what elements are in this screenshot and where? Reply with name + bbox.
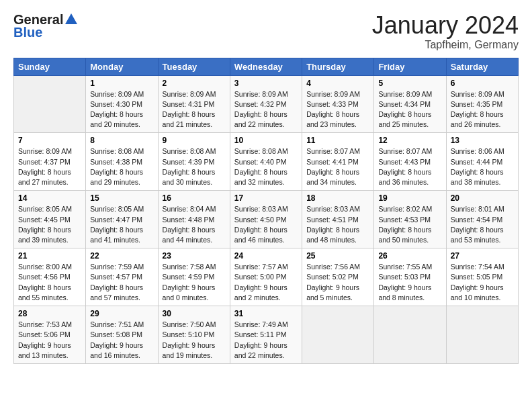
calendar-week-3: 21Sunrise: 8:00 AM Sunset: 4:56 PM Dayli… (14, 248, 519, 306)
day-info: Sunrise: 7:50 AM Sunset: 5:10 PM Dayligh… (163, 320, 226, 361)
table-row: 8Sunrise: 8:08 AM Sunset: 4:38 PM Daylig… (86, 133, 158, 191)
calendar-header-row: Sunday Monday Tuesday Wednesday Thursday… (14, 58, 519, 75)
day-info: Sunrise: 7:56 AM Sunset: 5:02 PM Dayligh… (306, 262, 369, 303)
table-row (374, 306, 446, 364)
table-row: 5Sunrise: 8:09 AM Sunset: 4:34 PM Daylig… (374, 75, 446, 133)
table-row: 21Sunrise: 8:00 AM Sunset: 4:56 PM Dayli… (14, 248, 86, 306)
day-number: 28 (18, 309, 81, 318)
day-number: 23 (163, 251, 226, 261)
table-row: 28Sunrise: 7:53 AM Sunset: 5:06 PM Dayli… (14, 306, 86, 364)
calendar-week-0: 1Sunrise: 8:09 AM Sunset: 4:30 PM Daylig… (14, 75, 519, 133)
day-info: Sunrise: 8:03 AM Sunset: 4:51 PM Dayligh… (306, 204, 369, 245)
table-row: 22Sunrise: 7:59 AM Sunset: 4:57 PM Dayli… (86, 248, 158, 306)
calendar-week-1: 7Sunrise: 8:09 AM Sunset: 4:37 PM Daylig… (14, 133, 519, 191)
table-row: 24Sunrise: 7:57 AM Sunset: 5:00 PM Dayli… (230, 248, 302, 306)
day-info: Sunrise: 7:57 AM Sunset: 5:00 PM Dayligh… (234, 262, 298, 303)
table-row: 9Sunrise: 8:08 AM Sunset: 4:39 PM Daylig… (158, 133, 230, 191)
day-info: Sunrise: 8:09 AM Sunset: 4:32 PM Dayligh… (234, 89, 298, 130)
calendar-table: Sunday Monday Tuesday Wednesday Thursday… (13, 58, 519, 364)
day-info: Sunrise: 8:05 AM Sunset: 4:47 PM Dayligh… (90, 204, 153, 245)
page: General Blue January 2024 Tapfheim, Germ… (0, 0, 532, 411)
table-row: 2Sunrise: 8:09 AM Sunset: 4:31 PM Daylig… (158, 75, 230, 133)
table-row: 17Sunrise: 8:03 AM Sunset: 4:50 PM Dayli… (230, 191, 302, 248)
day-number: 21 (18, 251, 81, 261)
day-info: Sunrise: 8:00 AM Sunset: 4:56 PM Dayligh… (18, 262, 81, 303)
day-number: 10 (234, 136, 298, 145)
page-title: January 2024 (372, 12, 519, 39)
table-row: 25Sunrise: 7:56 AM Sunset: 5:02 PM Dayli… (302, 248, 374, 306)
day-info: Sunrise: 8:08 AM Sunset: 4:38 PM Dayligh… (90, 146, 153, 187)
header-saturday: Saturday (446, 58, 518, 75)
table-row: 27Sunrise: 7:54 AM Sunset: 5:05 PM Dayli… (446, 248, 518, 306)
table-row: 30Sunrise: 7:50 AM Sunset: 5:10 PM Dayli… (158, 306, 230, 364)
day-number: 8 (90, 136, 153, 145)
table-row: 10Sunrise: 8:08 AM Sunset: 4:40 PM Dayli… (230, 133, 302, 191)
day-number: 9 (163, 136, 226, 145)
day-number: 31 (234, 309, 298, 318)
day-info: Sunrise: 8:09 AM Sunset: 4:30 PM Dayligh… (90, 89, 153, 130)
day-info: Sunrise: 8:07 AM Sunset: 4:41 PM Dayligh… (306, 146, 369, 187)
day-number: 15 (90, 193, 153, 203)
day-number: 16 (163, 193, 226, 203)
table-row: 12Sunrise: 8:07 AM Sunset: 4:43 PM Dayli… (374, 133, 446, 191)
header-monday: Monday (86, 58, 158, 75)
header-wednesday: Wednesday (230, 58, 302, 75)
table-row (446, 306, 518, 364)
title-area: January 2024 Tapfheim, Germany (372, 12, 519, 51)
table-row: 11Sunrise: 8:07 AM Sunset: 4:41 PM Dayli… (302, 133, 374, 191)
day-info: Sunrise: 8:01 AM Sunset: 4:54 PM Dayligh… (451, 204, 514, 245)
table-row: 18Sunrise: 8:03 AM Sunset: 4:51 PM Dayli… (302, 191, 374, 248)
day-info: Sunrise: 8:08 AM Sunset: 4:40 PM Dayligh… (234, 146, 298, 187)
table-row: 14Sunrise: 8:05 AM Sunset: 4:45 PM Dayli… (14, 191, 86, 248)
day-info: Sunrise: 7:59 AM Sunset: 4:57 PM Dayligh… (90, 262, 153, 303)
day-number: 11 (306, 136, 369, 145)
day-info: Sunrise: 8:09 AM Sunset: 4:37 PM Dayligh… (18, 146, 81, 187)
table-row: 13Sunrise: 8:06 AM Sunset: 4:44 PM Dayli… (446, 133, 518, 191)
day-number: 26 (378, 251, 441, 261)
day-info: Sunrise: 8:05 AM Sunset: 4:45 PM Dayligh… (18, 204, 81, 245)
day-number: 27 (451, 251, 514, 261)
day-info: Sunrise: 7:49 AM Sunset: 5:11 PM Dayligh… (234, 320, 298, 361)
day-number: 13 (451, 136, 514, 145)
table-row (14, 75, 86, 133)
table-row: 31Sunrise: 7:49 AM Sunset: 5:11 PM Dayli… (230, 306, 302, 364)
day-info: Sunrise: 8:08 AM Sunset: 4:39 PM Dayligh… (163, 146, 226, 187)
svg-marker-0 (65, 13, 77, 24)
day-number: 4 (306, 79, 369, 88)
day-info: Sunrise: 8:06 AM Sunset: 4:44 PM Dayligh… (451, 146, 514, 187)
table-row: 4Sunrise: 8:09 AM Sunset: 4:33 PM Daylig… (302, 75, 374, 133)
day-number: 1 (90, 79, 153, 88)
day-info: Sunrise: 7:55 AM Sunset: 5:03 PM Dayligh… (378, 262, 441, 303)
day-number: 12 (378, 136, 441, 145)
table-row: 26Sunrise: 7:55 AM Sunset: 5:03 PM Dayli… (374, 248, 446, 306)
table-row: 1Sunrise: 8:09 AM Sunset: 4:30 PM Daylig… (86, 75, 158, 133)
table-row: 6Sunrise: 8:09 AM Sunset: 4:35 PM Daylig… (446, 75, 518, 133)
day-number: 19 (378, 193, 441, 203)
table-row: 3Sunrise: 8:09 AM Sunset: 4:32 PM Daylig… (230, 75, 302, 133)
logo-blue: Blue (13, 25, 42, 40)
day-number: 14 (18, 193, 81, 203)
day-number: 25 (306, 251, 369, 261)
day-number: 24 (234, 251, 298, 261)
day-number: 3 (234, 79, 298, 88)
table-row (302, 306, 374, 364)
table-row: 15Sunrise: 8:05 AM Sunset: 4:47 PM Dayli… (86, 191, 158, 248)
day-info: Sunrise: 8:09 AM Sunset: 4:33 PM Dayligh… (306, 89, 369, 130)
day-number: 30 (163, 309, 226, 318)
day-number: 7 (18, 136, 81, 145)
day-number: 20 (451, 193, 514, 203)
day-info: Sunrise: 7:54 AM Sunset: 5:05 PM Dayligh… (451, 262, 514, 303)
logo: General Blue (13, 12, 79, 40)
table-row: 29Sunrise: 7:51 AM Sunset: 5:08 PM Dayli… (86, 306, 158, 364)
day-number: 17 (234, 193, 298, 203)
day-info: Sunrise: 8:02 AM Sunset: 4:53 PM Dayligh… (378, 204, 441, 245)
calendar-week-2: 14Sunrise: 8:05 AM Sunset: 4:45 PM Dayli… (14, 191, 519, 248)
header: General Blue January 2024 Tapfheim, Germ… (13, 12, 519, 51)
header-friday: Friday (374, 58, 446, 75)
day-info: Sunrise: 8:04 AM Sunset: 4:48 PM Dayligh… (163, 204, 226, 245)
day-number: 22 (90, 251, 153, 261)
day-info: Sunrise: 8:09 AM Sunset: 4:34 PM Dayligh… (378, 89, 441, 130)
logo-icon (64, 12, 79, 27)
day-info: Sunrise: 7:58 AM Sunset: 4:59 PM Dayligh… (163, 262, 226, 303)
header-sunday: Sunday (14, 58, 86, 75)
